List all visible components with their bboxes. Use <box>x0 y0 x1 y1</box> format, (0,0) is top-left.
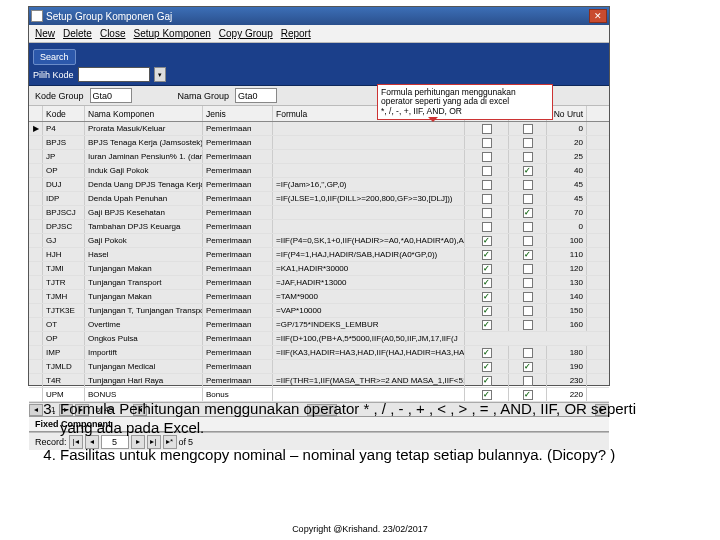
table-row[interactable]: TJMITunjangan MakanPemerimaan=KA1,HADIR*… <box>29 262 609 276</box>
cell-nama: BPJS Tenaga Kerja (Jamsostek) <box>85 136 203 149</box>
homepay-checkbox[interactable] <box>482 348 492 358</box>
table-row[interactable]: TJTK3ETunjangan T, Tunjangan TransportPe… <box>29 304 609 318</box>
homepay-checkbox[interactable] <box>482 292 492 302</box>
cell-formula: =IF(P4=1,HAJ,HADIR/SAB,HADIR(A0*GP,0)) <box>273 248 465 261</box>
cell-kode: DPJSC <box>43 220 85 233</box>
homepay-checkbox[interactable] <box>482 236 492 246</box>
search-button[interactable]: Search <box>33 49 76 65</box>
homepay-checkbox[interactable] <box>482 376 492 386</box>
cell-urut: 0 <box>547 122 587 135</box>
menu-copy[interactable]: Copy Group <box>219 28 273 39</box>
table-row[interactable]: T4RTunjangan Hari RayaPemerimaan=IIF(THR… <box>29 374 609 388</box>
homepay-checkbox[interactable] <box>482 166 492 176</box>
homepay-checkbox[interactable] <box>482 250 492 260</box>
cell-kode: TJTR <box>43 276 85 289</box>
homepay-checkbox[interactable] <box>482 180 492 190</box>
dicopy-checkbox[interactable] <box>523 292 533 302</box>
table-row[interactable]: BPJSCJGaji BPJS KesehatanPemerimaan70 <box>29 206 609 220</box>
menu-setup[interactable]: Setup Komponen <box>134 28 211 39</box>
table-row[interactable]: OPOngkos PulsaPemerimaan=IIF(D+100,(PB+A… <box>29 332 609 346</box>
cell-urut: 150 <box>547 304 587 317</box>
dicopy-checkbox[interactable] <box>523 194 533 204</box>
table-row[interactable]: DUJDenda Uang DPJS Tenaga KerjaPemerimaa… <box>29 178 609 192</box>
cell-urut: 170 <box>458 344 465 345</box>
cell-nama: Hasel <box>85 248 203 261</box>
homepay-checkbox[interactable] <box>482 222 492 232</box>
table-row[interactable]: IMPImportiftPemerimaan=IIF(KA3,HADIR=HA3… <box>29 346 609 360</box>
note-3: Formula Perhitungan menggunakan operator… <box>60 400 658 438</box>
dicopy-checkbox[interactable] <box>523 166 533 176</box>
table-row[interactable]: DPJSCTambahan DPJS KeuargaPemerimaan0 <box>29 220 609 234</box>
table-row[interactable]: ▶P4Prorata Masuk/KeluarPemerimaan0 <box>29 122 609 136</box>
homepay-checkbox[interactable] <box>482 264 492 274</box>
homepay-checkbox[interactable] <box>482 138 492 148</box>
col-urut[interactable]: No Urut <box>547 106 587 121</box>
kode-input[interactable] <box>78 67 150 82</box>
dicopy-checkbox[interactable] <box>523 320 533 330</box>
close-icon[interactable]: ✕ <box>589 9 607 23</box>
cell-formula: =IIF(KA3,HADIR=HA3,HAD,IIF(HAJ,HADIR=HA3… <box>273 346 465 359</box>
dicopy-checkbox[interactable] <box>523 348 533 358</box>
dicopy-checkbox[interactable] <box>523 138 533 148</box>
table-row[interactable]: BPJSBPJS Tenaga Kerja (Jamsostek)Pemerim… <box>29 136 609 150</box>
cell-kode: JP <box>43 150 85 163</box>
homepay-checkbox[interactable] <box>482 124 492 134</box>
kodegroup-input[interactable] <box>90 88 132 103</box>
table-row[interactable]: TJMLDTunjangan MedicalPemerimaan190 <box>29 360 609 374</box>
cell-kode: OP <box>43 332 85 345</box>
dicopy-checkbox[interactable] <box>523 306 533 316</box>
menu-new[interactable]: New <box>35 28 55 39</box>
homepay-checkbox[interactable] <box>482 152 492 162</box>
homepay-checkbox[interactable] <box>482 278 492 288</box>
dicopy-checkbox[interactable] <box>523 152 533 162</box>
table-row[interactable]: OTOvertimePemerimaan=GP/175*INDEKS_LEMBU… <box>29 318 609 332</box>
cell-formula <box>273 206 465 219</box>
dicopy-checkbox[interactable] <box>523 236 533 246</box>
menu-delete[interactable]: Delete <box>63 28 92 39</box>
homepay-checkbox[interactable] <box>482 208 492 218</box>
kode-dropdown-icon[interactable]: ▾ <box>154 67 166 82</box>
col-kode[interactable]: Kode <box>43 106 85 121</box>
dicopy-checkbox[interactable] <box>523 278 533 288</box>
menu-report[interactable]: Report <box>281 28 311 39</box>
table-row[interactable]: JPIuran Jaminan Pensiun% 1. (dari...Peme… <box>29 150 609 164</box>
table-row[interactable]: TJTRTunjangan TransportPemerimaan=JAF,HA… <box>29 276 609 290</box>
cell-jenis: Pemerimaan <box>203 318 273 331</box>
cell-urut: 130 <box>547 276 587 289</box>
cell-kode: P4 <box>43 122 85 135</box>
dicopy-checkbox[interactable] <box>523 222 533 232</box>
cell-formula <box>273 164 465 177</box>
cell-formula <box>273 150 465 163</box>
dicopy-checkbox[interactable] <box>523 390 533 400</box>
menu-close[interactable]: Close <box>100 28 126 39</box>
homepay-checkbox[interactable] <box>482 306 492 316</box>
homepay-checkbox[interactable] <box>482 194 492 204</box>
dicopy-checkbox[interactable] <box>523 208 533 218</box>
cell-formula: =IF(Jam>16,'',GP,0) <box>273 178 465 191</box>
col-nama[interactable]: Nama Komponen <box>85 106 203 121</box>
cell-formula <box>273 136 465 149</box>
table-row[interactable]: TJMHTunjangan MakanPemerimaan=TAM*900014… <box>29 290 609 304</box>
cell-urut: 40 <box>547 164 587 177</box>
cell-formula: =TAM*9000 <box>273 290 465 303</box>
homepay-checkbox[interactable] <box>482 362 492 372</box>
dicopy-checkbox[interactable] <box>523 180 533 190</box>
table-row[interactable]: HJHHaselPemerimaan=IF(P4=1,HAJ,HADIR/SAB… <box>29 248 609 262</box>
copyright: Copyright @Krishand. 23/02/2017 <box>0 524 720 534</box>
namagroup-input[interactable] <box>235 88 277 103</box>
menubar: New Delete Close Setup Komponen Copy Gro… <box>29 25 609 43</box>
cell-urut: 100 <box>547 234 587 247</box>
dicopy-checkbox[interactable] <box>523 376 533 386</box>
dicopy-checkbox[interactable] <box>523 124 533 134</box>
table-row[interactable]: OPInduk Gaji PokokPemerimaan40 <box>29 164 609 178</box>
dicopy-checkbox[interactable] <box>523 264 533 274</box>
cell-formula <box>273 360 465 373</box>
table-row[interactable]: IDPDenda Upah PenuhanPemerimaan=IF(JLSE=… <box>29 192 609 206</box>
homepay-checkbox[interactable] <box>482 320 492 330</box>
dicopy-checkbox[interactable] <box>523 362 533 372</box>
homepay-checkbox[interactable] <box>482 390 492 400</box>
dicopy-checkbox[interactable] <box>523 250 533 260</box>
col-jenis[interactable]: Jenis <box>203 106 273 121</box>
table-row[interactable]: GJGaji PokokPemerimaan=IIF(P4=0,SK,1+0,I… <box>29 234 609 248</box>
window-title: Setup Group Komponen Gaj <box>46 11 172 22</box>
